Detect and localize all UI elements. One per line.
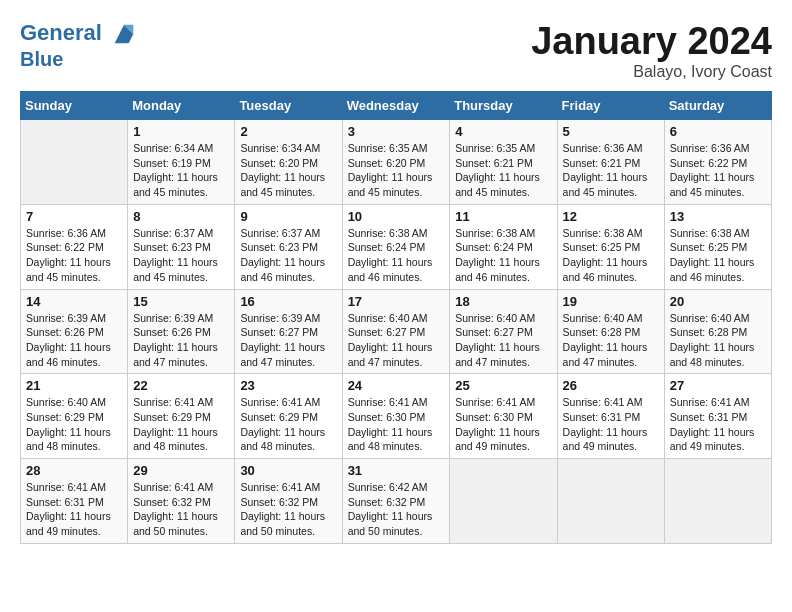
day-number: 5 <box>563 124 659 139</box>
day-number: 8 <box>133 209 229 224</box>
cell-info: Sunrise: 6:38 AMSunset: 6:24 PMDaylight:… <box>348 226 445 285</box>
day-number: 1 <box>133 124 229 139</box>
cell-info: Sunrise: 6:41 AMSunset: 6:31 PMDaylight:… <box>563 395 659 454</box>
cell-info: Sunrise: 6:39 AMSunset: 6:27 PMDaylight:… <box>240 311 336 370</box>
calendar-cell: 23Sunrise: 6:41 AMSunset: 6:29 PMDayligh… <box>235 374 342 459</box>
calendar-cell: 2Sunrise: 6:34 AMSunset: 6:20 PMDaylight… <box>235 120 342 205</box>
cell-info: Sunrise: 6:41 AMSunset: 6:31 PMDaylight:… <box>670 395 766 454</box>
calendar-cell: 26Sunrise: 6:41 AMSunset: 6:31 PMDayligh… <box>557 374 664 459</box>
calendar-cell: 14Sunrise: 6:39 AMSunset: 6:26 PMDayligh… <box>21 289 128 374</box>
cell-info: Sunrise: 6:38 AMSunset: 6:25 PMDaylight:… <box>670 226 766 285</box>
cell-info: Sunrise: 6:41 AMSunset: 6:32 PMDaylight:… <box>240 480 336 539</box>
calendar-cell: 3Sunrise: 6:35 AMSunset: 6:20 PMDaylight… <box>342 120 450 205</box>
title-block: January 2024 Balayo, Ivory Coast <box>531 20 772 81</box>
calendar-cell: 16Sunrise: 6:39 AMSunset: 6:27 PMDayligh… <box>235 289 342 374</box>
day-number: 21 <box>26 378 122 393</box>
month-title: January 2024 <box>531 20 772 63</box>
calendar-cell: 13Sunrise: 6:38 AMSunset: 6:25 PMDayligh… <box>664 204 771 289</box>
week-row-1: 1Sunrise: 6:34 AMSunset: 6:19 PMDaylight… <box>21 120 772 205</box>
calendar-cell: 8Sunrise: 6:37 AMSunset: 6:23 PMDaylight… <box>128 204 235 289</box>
cell-info: Sunrise: 6:41 AMSunset: 6:31 PMDaylight:… <box>26 480 122 539</box>
day-number: 22 <box>133 378 229 393</box>
day-number: 16 <box>240 294 336 309</box>
cell-info: Sunrise: 6:34 AMSunset: 6:19 PMDaylight:… <box>133 141 229 200</box>
day-number: 11 <box>455 209 551 224</box>
calendar-cell: 27Sunrise: 6:41 AMSunset: 6:31 PMDayligh… <box>664 374 771 459</box>
week-row-2: 7Sunrise: 6:36 AMSunset: 6:22 PMDaylight… <box>21 204 772 289</box>
cell-info: Sunrise: 6:36 AMSunset: 6:22 PMDaylight:… <box>670 141 766 200</box>
logo-blue: Blue <box>20 48 138 70</box>
calendar-cell: 4Sunrise: 6:35 AMSunset: 6:21 PMDaylight… <box>450 120 557 205</box>
logo: General Blue <box>20 20 138 70</box>
cell-info: Sunrise: 6:40 AMSunset: 6:28 PMDaylight:… <box>670 311 766 370</box>
cell-info: Sunrise: 6:38 AMSunset: 6:25 PMDaylight:… <box>563 226 659 285</box>
day-number: 18 <box>455 294 551 309</box>
day-number: 30 <box>240 463 336 478</box>
calendar-cell: 29Sunrise: 6:41 AMSunset: 6:32 PMDayligh… <box>128 459 235 544</box>
day-number: 10 <box>348 209 445 224</box>
week-row-3: 14Sunrise: 6:39 AMSunset: 6:26 PMDayligh… <box>21 289 772 374</box>
day-number: 25 <box>455 378 551 393</box>
calendar-cell: 9Sunrise: 6:37 AMSunset: 6:23 PMDaylight… <box>235 204 342 289</box>
cell-info: Sunrise: 6:40 AMSunset: 6:29 PMDaylight:… <box>26 395 122 454</box>
calendar-cell: 1Sunrise: 6:34 AMSunset: 6:19 PMDaylight… <box>128 120 235 205</box>
header-thursday: Thursday <box>450 92 557 120</box>
calendar-cell: 19Sunrise: 6:40 AMSunset: 6:28 PMDayligh… <box>557 289 664 374</box>
day-number: 2 <box>240 124 336 139</box>
cell-info: Sunrise: 6:37 AMSunset: 6:23 PMDaylight:… <box>240 226 336 285</box>
day-number: 23 <box>240 378 336 393</box>
calendar-cell: 21Sunrise: 6:40 AMSunset: 6:29 PMDayligh… <box>21 374 128 459</box>
cell-info: Sunrise: 6:41 AMSunset: 6:30 PMDaylight:… <box>455 395 551 454</box>
day-number: 9 <box>240 209 336 224</box>
cell-info: Sunrise: 6:36 AMSunset: 6:21 PMDaylight:… <box>563 141 659 200</box>
cell-info: Sunrise: 6:38 AMSunset: 6:24 PMDaylight:… <box>455 226 551 285</box>
cell-info: Sunrise: 6:36 AMSunset: 6:22 PMDaylight:… <box>26 226 122 285</box>
cell-info: Sunrise: 6:40 AMSunset: 6:27 PMDaylight:… <box>455 311 551 370</box>
cell-info: Sunrise: 6:41 AMSunset: 6:30 PMDaylight:… <box>348 395 445 454</box>
header-friday: Friday <box>557 92 664 120</box>
cell-info: Sunrise: 6:34 AMSunset: 6:20 PMDaylight:… <box>240 141 336 200</box>
cell-info: Sunrise: 6:35 AMSunset: 6:21 PMDaylight:… <box>455 141 551 200</box>
day-number: 12 <box>563 209 659 224</box>
day-number: 20 <box>670 294 766 309</box>
day-number: 17 <box>348 294 445 309</box>
calendar-cell: 22Sunrise: 6:41 AMSunset: 6:29 PMDayligh… <box>128 374 235 459</box>
calendar-header-row: SundayMondayTuesdayWednesdayThursdayFrid… <box>21 92 772 120</box>
day-number: 6 <box>670 124 766 139</box>
week-row-4: 21Sunrise: 6:40 AMSunset: 6:29 PMDayligh… <box>21 374 772 459</box>
day-number: 19 <box>563 294 659 309</box>
calendar-cell <box>664 459 771 544</box>
calendar-cell <box>21 120 128 205</box>
day-number: 24 <box>348 378 445 393</box>
logo-text: General <box>20 20 138 48</box>
day-number: 31 <box>348 463 445 478</box>
page-header: General Blue January 2024 Balayo, Ivory … <box>20 20 772 81</box>
calendar-cell <box>557 459 664 544</box>
cell-info: Sunrise: 6:39 AMSunset: 6:26 PMDaylight:… <box>26 311 122 370</box>
calendar-cell: 15Sunrise: 6:39 AMSunset: 6:26 PMDayligh… <box>128 289 235 374</box>
calendar-cell: 18Sunrise: 6:40 AMSunset: 6:27 PMDayligh… <box>450 289 557 374</box>
day-number: 15 <box>133 294 229 309</box>
header-wednesday: Wednesday <box>342 92 450 120</box>
calendar-cell: 30Sunrise: 6:41 AMSunset: 6:32 PMDayligh… <box>235 459 342 544</box>
cell-info: Sunrise: 6:39 AMSunset: 6:26 PMDaylight:… <box>133 311 229 370</box>
day-number: 4 <box>455 124 551 139</box>
calendar-cell: 10Sunrise: 6:38 AMSunset: 6:24 PMDayligh… <box>342 204 450 289</box>
calendar-cell: 6Sunrise: 6:36 AMSunset: 6:22 PMDaylight… <box>664 120 771 205</box>
day-number: 13 <box>670 209 766 224</box>
calendar-cell: 25Sunrise: 6:41 AMSunset: 6:30 PMDayligh… <box>450 374 557 459</box>
day-number: 28 <box>26 463 122 478</box>
day-number: 29 <box>133 463 229 478</box>
logo-general: General <box>20 20 102 45</box>
cell-info: Sunrise: 6:35 AMSunset: 6:20 PMDaylight:… <box>348 141 445 200</box>
calendar-cell: 5Sunrise: 6:36 AMSunset: 6:21 PMDaylight… <box>557 120 664 205</box>
header-sunday: Sunday <box>21 92 128 120</box>
day-number: 14 <box>26 294 122 309</box>
calendar-cell: 28Sunrise: 6:41 AMSunset: 6:31 PMDayligh… <box>21 459 128 544</box>
calendar-cell: 31Sunrise: 6:42 AMSunset: 6:32 PMDayligh… <box>342 459 450 544</box>
logo-icon <box>110 20 138 48</box>
cell-info: Sunrise: 6:42 AMSunset: 6:32 PMDaylight:… <box>348 480 445 539</box>
day-number: 3 <box>348 124 445 139</box>
cell-info: Sunrise: 6:41 AMSunset: 6:29 PMDaylight:… <box>240 395 336 454</box>
header-monday: Monday <box>128 92 235 120</box>
